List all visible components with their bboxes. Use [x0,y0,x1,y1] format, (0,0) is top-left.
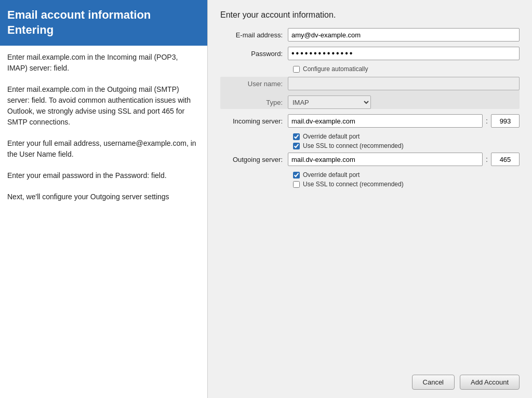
outgoing-ssl-checkbox[interactable] [293,181,300,188]
incoming-ssl-label: Use SSL to connect (recommended) [303,142,404,149]
outgoing-override-row: Override default port [293,171,520,179]
outgoing-ssl-row: Use SSL to connect (recommended) [293,181,520,188]
incoming-server-label: Incoming server: [220,117,288,125]
outgoing-server-row: Outgoing server: : [220,153,520,166]
outgoing-checkboxes: Override default port Use SSL to connect… [293,171,520,188]
configure-auto-label: Configure automatically [303,65,368,73]
configure-auto-checkbox[interactable] [293,66,300,73]
form-area: E-mail address: Password: Configure auto… [220,28,520,367]
incoming-server-row: Incoming server: : [220,114,520,128]
instruction-5: Next, we'll configure your Outgoing serv… [7,191,200,202]
incoming-colon: : [486,117,488,125]
incoming-ssl-row: Use SSL to connect (recommended) [293,142,520,149]
configure-auto-row: Configure automatically [293,65,520,73]
incoming-override-checkbox[interactable] [293,133,300,140]
instruction-4: Enter your email password in the Passwor… [7,170,200,181]
outgoing-colon: : [486,155,488,163]
instruction-1: Enter mail.example.com in the Incoming m… [7,52,200,74]
cancel-button[interactable]: Cancel [412,375,455,390]
email-label: E-mail address: [220,31,288,39]
incoming-override-label: Override default port [303,133,360,140]
email-row: E-mail address: [220,28,520,42]
instruction-3: Enter your full email address, username@… [7,138,200,160]
incoming-ssl-checkbox[interactable] [293,143,300,149]
outgoing-override-checkbox[interactable] [293,172,300,179]
left-content: Enter mail.example.com in the Incoming m… [0,46,207,398]
incoming-port-input[interactable] [491,114,520,128]
left-panel: Email account information Entering Enter… [0,0,208,398]
outgoing-port-input[interactable] [491,153,520,166]
instruction-2: Enter mail.example.com in the Outgoing m… [7,84,200,128]
incoming-checkboxes: Override default port Use SSL to connect… [293,133,520,149]
right-panel: Enter your account information. E-mail a… [208,0,532,398]
right-title: Enter your account information. [220,10,520,20]
outgoing-override-label: Override default port [303,171,360,179]
incoming-server-input[interactable] [288,114,483,128]
add-account-button[interactable]: Add Account [460,375,520,390]
password-label: Password: [220,50,288,58]
left-header: Email account information Entering [0,0,207,46]
incoming-override-row: Override default port [293,133,520,140]
password-row: Password: [220,47,520,60]
outgoing-server-label: Outgoing server: [220,156,288,163]
left-header-title: Email account information Entering [7,8,199,37]
button-row: Cancel Add Account [220,375,520,390]
outgoing-server-input[interactable] [288,153,483,166]
password-input[interactable] [288,47,520,60]
email-input[interactable] [288,28,520,42]
outgoing-ssl-label: Use SSL to connect (recommended) [303,181,404,188]
